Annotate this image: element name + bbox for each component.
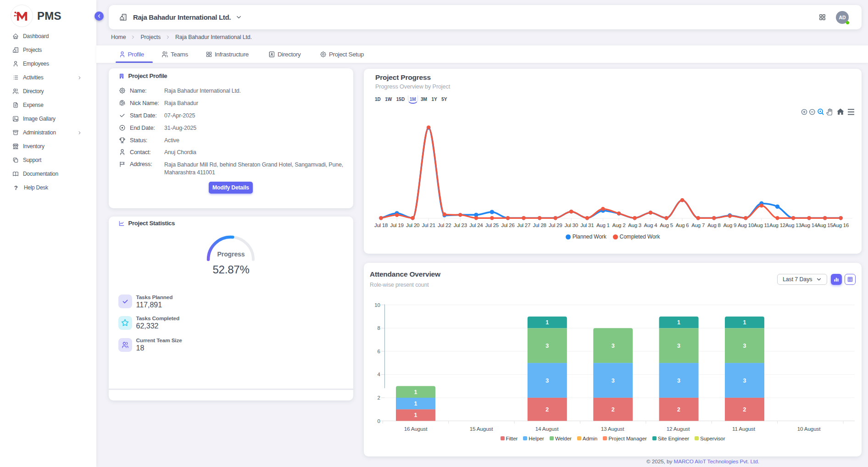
svg-text:Jul 30: Jul 30 [565,222,578,228]
svg-text:Aug 13: Aug 13 [785,222,801,228]
svg-text:2: 2 [677,406,680,413]
svg-text:1: 1 [677,319,680,326]
svg-text:Aug 9: Aug 9 [723,222,736,228]
svg-text:11 August: 11 August [732,426,756,432]
svg-text:1: 1 [414,400,417,407]
svg-text:1: 1 [743,319,746,326]
svg-text:Aug 1: Aug 1 [596,222,610,228]
svg-text:12 August: 12 August [667,426,690,432]
svg-text:Aug 6: Aug 6 [676,222,689,228]
svg-text:14 August: 14 August [535,426,559,432]
svg-text:1: 1 [545,319,549,326]
svg-text:Jul 23: Jul 23 [454,222,467,228]
svg-text:Aug 11: Aug 11 [754,222,769,228]
svg-text:3: 3 [545,343,549,349]
svg-text:Jul 26: Jul 26 [501,222,514,228]
svg-text:Jul 20: Jul 20 [406,222,419,228]
svg-text:2: 2 [377,395,380,400]
svg-text:Aug 16: Aug 16 [833,222,849,228]
svg-text:Jul 24: Jul 24 [469,222,483,228]
svg-text:Jul 18: Jul 18 [374,222,388,228]
svg-text:Jul 21: Jul 21 [422,222,435,228]
svg-text:Aug 14: Aug 14 [801,222,817,228]
svg-text:6: 6 [377,349,380,354]
svg-text:Jul 27: Jul 27 [517,222,530,228]
svg-text:16 August: 16 August [404,426,428,432]
svg-text:Aug 10: Aug 10 [738,222,754,228]
svg-text:3: 3 [677,343,680,349]
svg-text:1: 1 [414,389,417,395]
svg-text:15 August: 15 August [470,426,494,432]
svg-text:Aug 12: Aug 12 [769,222,785,228]
svg-text:3: 3 [743,378,746,384]
svg-text:Aug 2: Aug 2 [612,222,626,228]
svg-text:3: 3 [612,343,615,349]
svg-text:Jul 25: Jul 25 [485,222,499,228]
svg-text:2: 2 [743,406,746,413]
svg-text:3: 3 [545,378,549,384]
svg-text:1: 1 [414,412,417,418]
svg-text:4: 4 [377,372,380,377]
svg-text:Jul 31: Jul 31 [580,222,594,228]
svg-text:Jul 28: Jul 28 [533,222,546,228]
svg-text:Aug 4: Aug 4 [644,222,657,228]
svg-text:Aug 3: Aug 3 [628,222,641,228]
svg-text:Jul 22: Jul 22 [438,222,451,228]
svg-text:Aug 8: Aug 8 [707,222,721,228]
svg-text:10: 10 [374,302,380,308]
svg-text:3: 3 [743,343,746,349]
svg-text:Aug 5: Aug 5 [660,222,673,228]
svg-text:13 August: 13 August [601,426,625,432]
svg-text:Aug 7: Aug 7 [691,222,705,228]
svg-text:0: 0 [377,418,380,424]
svg-text:Jul 29: Jul 29 [549,222,562,228]
svg-text:3: 3 [677,378,680,384]
svg-text:3: 3 [612,378,615,384]
svg-text:2: 2 [545,406,549,413]
svg-text:8: 8 [377,325,380,331]
svg-text:10 August: 10 August [797,426,821,432]
svg-text:2: 2 [612,406,615,413]
svg-text:Jul 19: Jul 19 [390,222,403,228]
svg-text:Aug 15: Aug 15 [817,222,833,228]
